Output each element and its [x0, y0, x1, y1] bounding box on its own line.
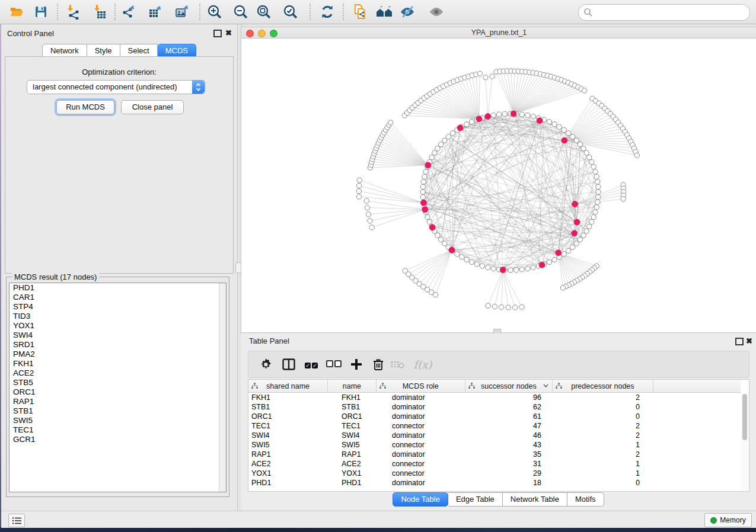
network-node[interactable]: [446, 134, 451, 139]
network-node[interactable]: [574, 138, 579, 143]
network-node[interactable]: [496, 112, 501, 117]
network-node-mcds[interactable]: [476, 116, 482, 122]
mcds-result-item[interactable]: STB1: [9, 406, 226, 416]
save-session-button[interactable]: [30, 2, 52, 22]
network-node-mcds[interactable]: [420, 200, 426, 206]
network-node[interactable]: [581, 146, 586, 150]
network-node[interactable]: [552, 121, 557, 126]
network-node[interactable]: [425, 214, 430, 219]
network-node-mcds[interactable]: [457, 125, 463, 131]
network-node[interactable]: [591, 214, 596, 219]
export-table-button[interactable]: [145, 2, 166, 22]
column-header-successor-nodes[interactable]: successor nodes: [465, 380, 553, 392]
zoom-selected-button[interactable]: [280, 2, 301, 22]
network-node[interactable]: [422, 174, 427, 179]
search-input[interactable]: [595, 6, 746, 19]
network-node[interactable]: [593, 210, 598, 214]
network-node[interactable]: [464, 257, 469, 262]
network-node[interactable]: [427, 219, 432, 224]
table-scrollbar[interactable]: [741, 393, 748, 490]
mcds-result-item[interactable]: SWI5: [9, 416, 226, 425]
column-header-MCDS-role[interactable]: MCDS role: [377, 380, 465, 392]
network-node[interactable]: [634, 153, 639, 158]
network-node-mcds[interactable]: [572, 201, 578, 207]
table-row[interactable]: SWI5SWI5connector431: [248, 440, 741, 450]
network-node-mcds[interactable]: [562, 137, 567, 143]
network-node[interactable]: [513, 268, 518, 273]
table-row[interactable]: YOX1YOX1connector291: [248, 469, 741, 478]
network-node[interactable]: [420, 194, 425, 199]
export-network-button[interactable]: [119, 2, 140, 22]
network-node[interactable]: [562, 252, 566, 257]
network-node[interactable]: [356, 194, 361, 199]
mcds-result-item[interactable]: SWI4: [9, 331, 226, 340]
network-node[interactable]: [499, 305, 504, 309]
network-node[interactable]: [557, 124, 562, 129]
network-node[interactable]: [366, 211, 371, 216]
table-gear-button[interactable]: [256, 351, 277, 377]
copy-network-button[interactable]: [350, 2, 371, 22]
network-node[interactable]: [519, 267, 524, 272]
deselect-all-button[interactable]: [323, 351, 344, 377]
network-node[interactable]: [566, 248, 570, 253]
show-column-panel-button[interactable]: [278, 351, 299, 377]
mcds-list-scrollbar[interactable]: [219, 283, 226, 492]
mcds-result-item[interactable]: TEC1: [9, 425, 226, 435]
network-node[interactable]: [584, 150, 589, 155]
hide-selected-button[interactable]: [397, 2, 418, 22]
network-node[interactable]: [450, 131, 455, 136]
tab-network-table[interactable]: Network Table: [503, 492, 567, 507]
network-node[interactable]: [570, 245, 575, 249]
network-node-mcds[interactable]: [485, 113, 491, 119]
zoom-out-button[interactable]: [230, 2, 251, 22]
network-node[interactable]: [485, 265, 490, 270]
search-field[interactable]: [578, 4, 750, 21]
show-all-button[interactable]: [426, 2, 447, 22]
network-node[interactable]: [595, 180, 600, 184]
mcds-result-item[interactable]: FKH1: [9, 359, 226, 368]
network-node[interactable]: [357, 178, 362, 182]
network-node[interactable]: [477, 71, 482, 76]
network-node-mcds[interactable]: [500, 267, 506, 273]
network-node[interactable]: [490, 74, 495, 79]
table-scrollbar-thumb[interactable]: [742, 394, 747, 440]
network-node[interactable]: [595, 200, 600, 204]
column-header-name[interactable]: name: [328, 380, 377, 392]
network-node[interactable]: [423, 169, 428, 174]
network-node[interactable]: [566, 131, 570, 136]
memory-button[interactable]: Memory: [704, 513, 752, 527]
network-node[interactable]: [364, 198, 369, 203]
network-node[interactable]: [594, 205, 599, 210]
network-node[interactable]: [525, 266, 530, 271]
network-node[interactable]: [552, 257, 557, 262]
mcds-result-item[interactable]: STB5: [9, 378, 226, 387]
network-node[interactable]: [469, 259, 474, 264]
first-neighbors-button[interactable]: [374, 2, 395, 22]
network-node[interactable]: [589, 159, 594, 164]
column-header-shared-name[interactable]: shared name: [248, 380, 328, 392]
network-node-mcds[interactable]: [539, 262, 545, 268]
open-file-button[interactable]: [6, 2, 27, 22]
network-node-mcds[interactable]: [556, 250, 562, 256]
tab-motifs[interactable]: Motifs: [567, 492, 604, 507]
close-table-panel-button[interactable]: ✖: [746, 336, 752, 345]
network-node[interactable]: [403, 268, 407, 273]
export-image-button[interactable]: [171, 2, 193, 22]
network-node[interactable]: [369, 225, 374, 230]
network-node[interactable]: [574, 241, 579, 246]
mcds-result-item[interactable]: SRD1: [9, 340, 226, 350]
mcds-result-item[interactable]: PHD1: [9, 283, 226, 293]
network-node[interactable]: [587, 155, 592, 159]
network-node[interactable]: [531, 265, 535, 270]
table-row[interactable]: PHD1PHD1dominator180: [248, 478, 741, 488]
network-node-mcds[interactable]: [511, 111, 516, 117]
network-node-mcds[interactable]: [422, 207, 428, 213]
network-node[interactable]: [593, 169, 598, 174]
network-node-mcds[interactable]: [429, 225, 435, 230]
network-node-mcds[interactable]: [574, 219, 580, 225]
mcds-result-item[interactable]: RAP1: [9, 397, 226, 406]
network-node[interactable]: [420, 184, 425, 189]
network-node[interactable]: [587, 224, 592, 229]
network-node[interactable]: [480, 264, 484, 268]
network-canvas[interactable]: [241, 38, 755, 331]
